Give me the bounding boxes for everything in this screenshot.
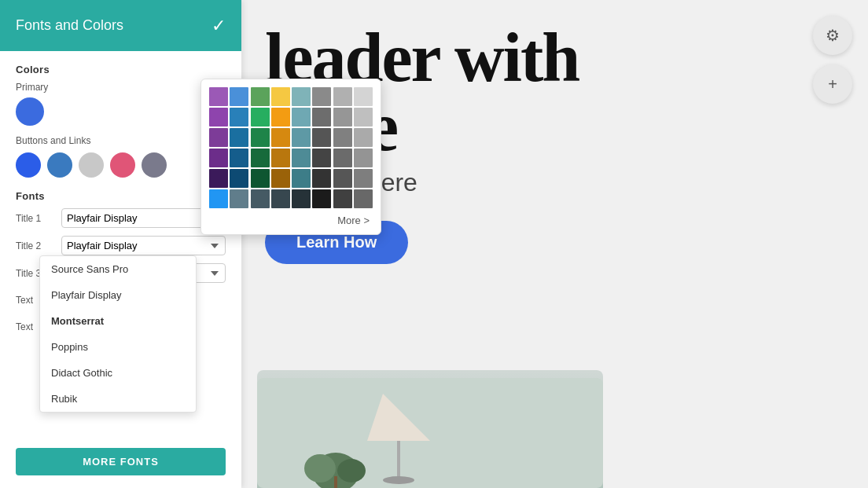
color-cell[interactable] <box>251 87 270 106</box>
color-cell[interactable] <box>312 128 331 147</box>
color-circle-pink[interactable] <box>110 152 135 178</box>
color-cell[interactable] <box>312 87 331 106</box>
color-cell[interactable] <box>230 108 248 127</box>
dropdown-item-poppins[interactable]: Poppins <box>40 334 196 360</box>
color-cell[interactable] <box>271 169 290 188</box>
color-cell[interactable] <box>333 189 352 208</box>
color-cell[interactable] <box>230 87 248 106</box>
fonts-section-label: Fonts <box>16 190 226 202</box>
color-cell[interactable] <box>292 87 311 106</box>
color-cell[interactable] <box>209 149 228 167</box>
title2-font-select[interactable]: Playfair Display <box>61 236 226 255</box>
buttons-links-label: Buttons and Links <box>16 135 226 146</box>
color-cell[interactable] <box>292 128 311 147</box>
plus-icon: + <box>828 75 837 94</box>
color-cell[interactable] <box>333 149 352 167</box>
color-circle-gray-blue[interactable] <box>142 152 167 178</box>
color-cell[interactable] <box>333 169 352 188</box>
color-cell[interactable] <box>251 189 270 208</box>
color-cell[interactable] <box>209 87 228 106</box>
color-circle-light-gray[interactable] <box>79 152 104 178</box>
color-cell[interactable] <box>354 108 373 127</box>
gear-icon: ⚙ <box>826 26 840 45</box>
main-area: leader with nage r subtitle here Learn H… <box>241 0 868 488</box>
color-cell[interactable] <box>251 108 270 127</box>
color-circle-steel-blue[interactable] <box>47 152 72 178</box>
color-cell[interactable] <box>292 108 311 127</box>
color-grid <box>209 87 373 208</box>
color-circles <box>16 152 226 178</box>
svg-rect-7 <box>334 476 337 488</box>
color-cell[interactable] <box>251 169 270 188</box>
color-cell[interactable] <box>312 108 331 127</box>
more-colors-link[interactable]: More > <box>209 215 373 226</box>
color-cell[interactable] <box>354 169 373 188</box>
color-cell[interactable] <box>209 108 228 127</box>
color-cell[interactable] <box>354 128 373 147</box>
color-cell[interactable] <box>354 189 373 208</box>
color-cell[interactable] <box>230 169 248 188</box>
top-right-icons: ⚙ + <box>813 16 852 104</box>
color-cell[interactable] <box>312 169 331 188</box>
color-cell[interactable] <box>230 189 248 208</box>
font-row-title1: Title 1 Playfair Display <box>16 208 226 228</box>
color-cell[interactable] <box>230 128 248 147</box>
primary-label: Primary <box>16 82 226 93</box>
title2-label: Title 2 <box>16 240 55 251</box>
primary-color-circle[interactable] <box>16 97 44 126</box>
color-cell[interactable] <box>354 87 373 106</box>
color-cell[interactable] <box>209 128 228 147</box>
color-cell[interactable] <box>251 128 270 147</box>
color-cell[interactable] <box>271 108 290 127</box>
lamp-illustration <box>257 378 603 488</box>
color-cell[interactable] <box>312 189 331 208</box>
svg-point-6 <box>337 459 366 482</box>
color-cell[interactable] <box>333 108 352 127</box>
svg-rect-2 <box>397 441 400 480</box>
color-cell[interactable] <box>271 189 290 208</box>
color-cell[interactable] <box>312 149 331 167</box>
more-fonts-button[interactable]: MORE FONTS <box>16 448 226 475</box>
dropdown-item-rubik[interactable]: Rubik <box>40 386 196 412</box>
svg-point-5 <box>304 454 336 482</box>
color-cell[interactable] <box>230 149 248 167</box>
plus-button[interactable]: + <box>813 64 852 104</box>
check-icon[interactable]: ✓ <box>211 16 226 36</box>
panel-header: Fonts and Colors ✓ <box>0 0 241 51</box>
svg-point-3 <box>383 476 414 484</box>
color-cell[interactable] <box>354 149 373 167</box>
dropdown-item-source-sans[interactable]: Source Sans Pro <box>40 256 196 282</box>
colors-section: Colors Primary Buttons and Links <box>16 64 226 178</box>
font-dropdown: Source Sans Pro Playfair Display Montser… <box>39 255 197 413</box>
color-cell[interactable] <box>271 128 290 147</box>
colors-section-label: Colors <box>16 64 226 75</box>
dropdown-item-didact[interactable]: Didact Gothic <box>40 360 196 386</box>
gear-button[interactable]: ⚙ <box>813 16 852 55</box>
color-cell[interactable] <box>251 149 270 167</box>
dropdown-item-playfair[interactable]: Playfair Display <box>40 282 196 308</box>
dropdown-item-montserrat[interactable]: Montserrat <box>40 308 196 334</box>
left-panel: Fonts and Colors ✓ Colors Primary Button… <box>0 0 241 488</box>
color-cell[interactable] <box>292 189 311 208</box>
color-cell[interactable] <box>292 169 311 188</box>
color-picker-popup: More > <box>200 79 381 235</box>
panel-title: Fonts and Colors <box>16 17 123 34</box>
color-cell[interactable] <box>271 149 290 167</box>
color-cell[interactable] <box>271 87 290 106</box>
bottom-image <box>257 370 603 488</box>
color-cell[interactable] <box>333 128 352 147</box>
color-circle-blue[interactable] <box>16 152 41 178</box>
color-cell[interactable] <box>209 189 228 208</box>
color-cell[interactable] <box>209 169 228 188</box>
color-cell[interactable] <box>333 87 352 106</box>
color-cell[interactable] <box>292 149 311 167</box>
font-row-title2: Title 2 Playfair Display <box>16 236 226 255</box>
title1-label: Title 1 <box>16 213 55 224</box>
